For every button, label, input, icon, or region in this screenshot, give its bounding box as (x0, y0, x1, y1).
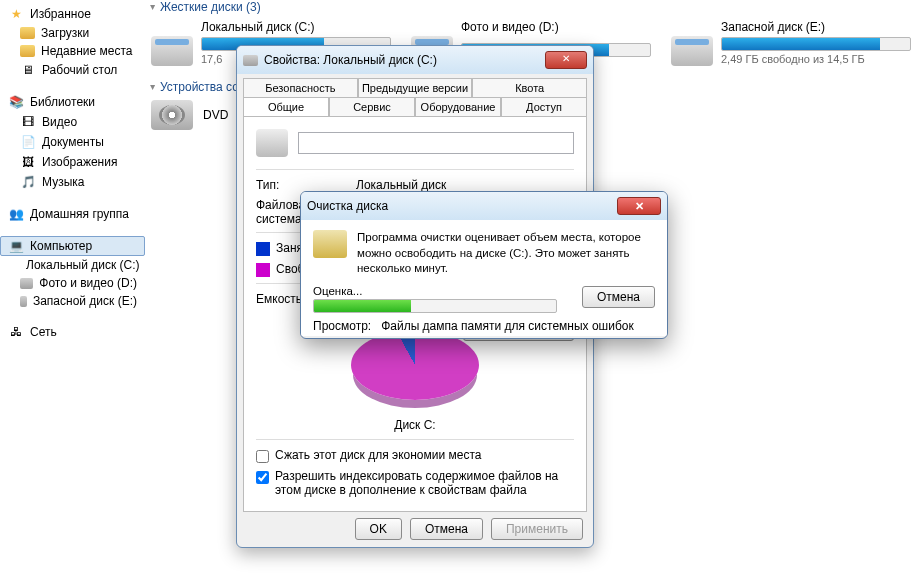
free-swatch-icon (256, 263, 270, 277)
sidebar-computer[interactable]: 💻Компьютер (0, 236, 145, 256)
sidebar-item-label: Фото и видео (D:) (39, 276, 137, 290)
disk-name-input[interactable] (298, 132, 574, 154)
sidebar-item-downloads[interactable]: Загрузки (0, 24, 145, 42)
sidebar-homegroup[interactable]: 👥Домашняя группа (0, 204, 145, 224)
dvd-icon (151, 100, 193, 130)
sidebar-item-label: Изображения (42, 155, 117, 169)
disk-e[interactable]: Запасной диск (E:) 2,49 ГБ свободно из 1… (671, 20, 917, 66)
dialog-title: Свойства: Локальный диск (C:) (264, 53, 539, 67)
sidebar-item-label: Документы (42, 135, 104, 149)
tab-security[interactable]: Безопасность (243, 78, 358, 97)
sidebar-item-recent[interactable]: Недавние места (0, 42, 145, 60)
sidebar-item-desktop[interactable]: 🖥Рабочий стол (0, 60, 145, 80)
sidebar-item-disk-e[interactable]: Запасной диск (E:) (0, 292, 145, 310)
disk-info: 2,49 ГБ свободно из 14,5 ГБ (721, 53, 917, 65)
disk-title: Запасной диск (E:) (671, 20, 917, 34)
tab-hardware[interactable]: Оборудование (415, 97, 501, 116)
cancel-button[interactable]: Отмена (410, 518, 483, 540)
sidebar-item-label: Локальный диск (C:) (26, 258, 140, 272)
computer-icon: 💻 (8, 238, 24, 254)
dialog-titlebar[interactable]: Очистка диска ✕ (301, 192, 667, 220)
sidebar-item-disk-d[interactable]: Фото и видео (D:) (0, 274, 145, 292)
sidebar-label: Компьютер (30, 239, 92, 253)
tab-strip: Безопасность Предыдущие версии Квота Общ… (237, 74, 593, 116)
disk-usage-bar (721, 37, 911, 51)
disk-icon (243, 55, 258, 66)
disk-title: Фото и видео (D:) (411, 20, 661, 34)
folder-icon (20, 27, 35, 39)
pictures-icon: 🖼 (20, 154, 36, 170)
tab-general[interactable]: Общие (243, 97, 329, 116)
progress-bar (313, 299, 557, 313)
apply-button[interactable]: Применить (491, 518, 583, 540)
sidebar-item-video[interactable]: 🎞Видео (0, 112, 145, 132)
tab-sharing[interactable]: Доступ (501, 97, 587, 116)
sidebar-item-label: Рабочий стол (42, 63, 117, 77)
sidebar-item-label: Музыка (42, 175, 84, 189)
cleanup-icon (313, 230, 347, 258)
dialog-button-row: OK Отмена Применить (237, 518, 593, 548)
dialog-title: Очистка диска (307, 199, 611, 213)
disk-icon (20, 296, 27, 307)
sidebar-item-pictures[interactable]: 🖼Изображения (0, 152, 145, 172)
tab-quota[interactable]: Квота (472, 78, 587, 97)
disk-title: Локальный диск (C:) (151, 20, 401, 34)
sidebar-item-label: Видео (42, 115, 77, 129)
view-value: Файлы дампа памяти для системных ошибок (381, 319, 634, 333)
dvd-label: DVD (203, 108, 228, 122)
pie-label: Диск C: (256, 418, 574, 432)
nav-sidebar: ★Избранное Загрузки Недавние места 🖥Рабо… (0, 0, 145, 575)
desktop-icon: 🖥 (20, 62, 36, 78)
video-icon: 🎞 (20, 114, 36, 130)
cancel-button[interactable]: Отмена (582, 286, 655, 308)
disk-icon (20, 278, 33, 289)
sidebar-favorites[interactable]: ★Избранное (0, 4, 145, 24)
sidebar-item-music[interactable]: 🎵Музыка (0, 172, 145, 192)
section-hdd-title[interactable]: Жесткие диски (3) (151, 0, 917, 14)
tab-prev-versions[interactable]: Предыдущие версии (358, 78, 473, 97)
type-value: Локальный диск (356, 178, 446, 192)
disk-icon (671, 36, 713, 66)
indexing-checkbox[interactable]: Разрешить индексировать содержимое файло… (256, 469, 574, 497)
homegroup-icon: 👥 (8, 206, 24, 222)
sidebar-item-label: Запасной диск (E:) (33, 294, 137, 308)
ok-button[interactable]: OK (355, 518, 402, 540)
network-icon: 🖧 (8, 324, 24, 340)
pie-chart (351, 330, 479, 400)
documents-icon: 📄 (20, 134, 36, 150)
used-swatch-icon (256, 242, 270, 256)
disk-icon (256, 129, 288, 157)
type-label: Тип: (256, 178, 336, 192)
sidebar-item-label: Недавние места (41, 44, 132, 58)
star-icon: ★ (8, 6, 24, 22)
sidebar-label: Сеть (30, 325, 57, 339)
sidebar-item-documents[interactable]: 📄Документы (0, 132, 145, 152)
tab-tools[interactable]: Сервис (329, 97, 415, 116)
music-icon: 🎵 (20, 174, 36, 190)
close-button[interactable]: ✕ (545, 51, 587, 69)
sidebar-label: Избранное (30, 7, 91, 21)
view-label: Просмотр: (313, 319, 371, 333)
sidebar-label: Библиотеки (30, 95, 95, 109)
close-button[interactable]: ✕ (617, 197, 661, 215)
dialog-titlebar[interactable]: Свойства: Локальный диск (C:) ✕ (237, 46, 593, 74)
sidebar-item-label: Загрузки (41, 26, 89, 40)
sidebar-label: Домашняя группа (30, 207, 129, 221)
cleanup-message: Программа очистки оценивает объем места,… (357, 230, 655, 277)
libraries-icon: 📚 (8, 94, 24, 110)
sidebar-item-disk-c[interactable]: Локальный диск (C:) (0, 256, 145, 274)
sidebar-libraries[interactable]: 📚Библиотеки (0, 92, 145, 112)
compress-checkbox[interactable]: Сжать этот диск для экономии места (256, 448, 574, 463)
disk-icon (151, 36, 193, 66)
sidebar-network[interactable]: 🖧Сеть (0, 322, 145, 342)
disk-cleanup-dialog: Очистка диска ✕ Программа очистки оценив… (300, 191, 668, 339)
folder-icon (20, 45, 35, 57)
